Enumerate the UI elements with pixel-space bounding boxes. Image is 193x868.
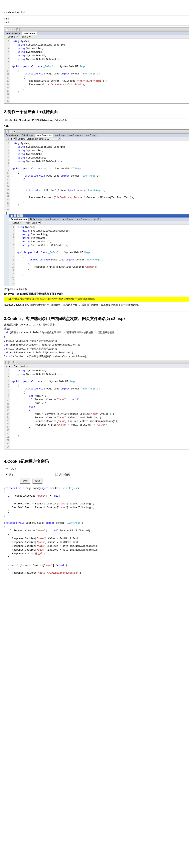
ide3-method-dropdown[interactable]: Page_Load xyxy=(24,221,41,224)
ide4-btn-3[interactable]: ↻ xyxy=(13,361,16,364)
line-numbers-3: 123456789101112131415161718 xyxy=(9,225,15,286)
empty-cell-2 xyxy=(4,478,18,485)
response-redirect-note: Response.Redirect () xyxy=(4,288,189,290)
toolbar-btn-2[interactable]: ▷ xyxy=(13,28,16,31)
buttons-cell: 登陆 取消 xyxy=(18,478,54,485)
ide3-class-dropdown[interactable]: _Default xyxy=(10,221,23,224)
ide2-tab-1[interactable]: Default.aspx xyxy=(4,134,20,137)
line-numbers-2: 123456789101112131415161718192021 xyxy=(4,141,10,212)
cancel-button[interactable]: 取消 xyxy=(32,478,42,484)
form-row-username: 用户名： xyxy=(4,466,72,472)
ide4-code-area: 123456789101112131415161718192021222324 … xyxy=(4,368,189,449)
login-form: 用户名： 密码： 记住密码 登陆 取消 xyxy=(4,466,72,485)
ide-icon: 📄 xyxy=(5,28,8,31)
ide2-method-dropdown[interactable]: Button1_Click(object sender, Ev xyxy=(16,137,61,141)
code-line-example: 例: xyxy=(4,336,189,339)
ide2-tab-6[interactable]: serc3.aspx xyxy=(84,134,98,137)
ide2-tab-5[interactable]: serc3.aspx.cs xyxy=(68,134,84,137)
line-numbers-4: 123456789101112131415161718192021222324 xyxy=(4,368,10,449)
s4-close-brace-1: } xyxy=(4,514,189,517)
ide3-tab-4[interactable]: serc2.aspx xyxy=(61,217,75,221)
ide-window-1: 📄 ⬜ ▷ ↻ serc1.aspx.cs serc1.aspx _Defaul… xyxy=(4,27,189,103)
remember-label: 记住密码 xyxy=(59,473,70,476)
password-input-cell xyxy=(18,472,54,478)
line-numbers-1: 12345678910111213141516171819 xyxy=(4,39,10,103)
s4-set-name-expires: Response.Cookies["name"].Expires = DateT… xyxy=(12,545,189,548)
ide4-buttons: ⬜ ▷ ↻ xyxy=(5,361,16,364)
username-label-cell: 用户名： xyxy=(4,466,18,472)
code-content-1: using System; using System.Collections.G… xyxy=(10,39,189,103)
ide2-class-dropdown[interactable]: serc2 xyxy=(5,137,15,141)
mvc-redirect-highlight: 在当日控制器渲染完两者 重定向当天让出出路由行方法是继续执行行方法是还的代码: xyxy=(4,297,189,302)
s4-textbox2-get: TextBox2.Text = Request.Cookies["pass"].… xyxy=(12,506,189,509)
ide2-dropdown-row: serc2 Button1_Click(object sender, Ev xyxy=(4,137,189,141)
ide3-dropdown-row: _Default Page_Load xyxy=(9,221,189,225)
ide3-tab-active[interactable]: Default.aspx.cs xyxy=(9,217,29,221)
ide3-btn-1[interactable]: ⬜ xyxy=(13,214,16,217)
toolbar-btn-a[interactable]: ⬜ xyxy=(5,130,9,133)
s4-btn-close-brace: } xyxy=(4,579,189,583)
section-4-code: protected void Page_Load(object sender, … xyxy=(4,487,189,583)
ide4-class-dropdown[interactable]: c xyxy=(5,365,11,368)
section-1: 1. <hr>html<br>html html html 📄 ⬜ ▷ ↻ se… xyxy=(0,0,193,106)
form-row-password: 密码： 记住密码 xyxy=(4,472,72,478)
section-3: 3.Cookie 。客户端记录用户访问站点次数。网页文件命名为 c3.aspx … xyxy=(0,313,193,452)
ide4-btn-1[interactable]: ⬜ xyxy=(5,361,9,364)
ide2-tab-2[interactable]: Default.aspx xyxy=(20,134,35,137)
login-button[interactable]: 登陆 xyxy=(20,478,30,484)
ide-code-area-1: 12345678910111213141516171819 using Syst… xyxy=(4,39,189,103)
ide2-tab-active[interactable]: serc2.aspx.cs xyxy=(35,134,53,137)
ide3-tab-3[interactable]: serc2.aspx.cs xyxy=(44,217,61,221)
ide-toolbar-area: ⬜ ▷ ↻ xyxy=(9,28,20,31)
ide3-code-area: 123456789101112131415161718 using System… xyxy=(9,225,189,286)
ide4-btn-2[interactable]: ▷ xyxy=(9,361,12,364)
toolbar-btn-1[interactable]: ⬜ xyxy=(9,28,12,31)
s4-set-pass: Response.Cookies["pass"].Value = TextBox… xyxy=(12,540,189,545)
ide3-btn-2[interactable]: ▷ xyxy=(17,214,20,217)
password-label-cell: 密码： xyxy=(4,472,18,478)
username-input-cell xyxy=(18,466,54,472)
ide3-tab-2[interactable]: Default.aspx xyxy=(29,217,44,221)
address-input[interactable] xyxy=(13,119,188,122)
code-line-mathscore: int mathScore=Convert.ToInt32(Console.Re… xyxy=(4,351,189,355)
s4-else-if: else if (Request.Cookies["name"] != null… xyxy=(8,564,189,567)
section-4: 4.Cookie记住用户名密码 用户名： 密码： 记住密码 登陆 取消 prot… xyxy=(0,456,193,586)
password-input[interactable] xyxy=(20,473,52,477)
toolbar-btn-b[interactable]: ▷ xyxy=(9,130,12,133)
ide4-method-dropdown[interactable]: Page_Load xyxy=(12,365,29,368)
ide3-title-text: 📄 xyxy=(10,215,13,217)
ide-dropdown-row: _Default Page_L xyxy=(4,35,189,39)
code-line-writeline3: Console.WriteLine("你的总成绩是{0}",chineseSco… xyxy=(4,355,189,359)
s4-if-cookies: if (Request.Cookies["pass"] != null) xyxy=(8,494,189,498)
code-line-readint: int chineseScore=Convert.ToInt32(Console… xyxy=(4,343,189,347)
section-1-html2: html xyxy=(4,21,189,24)
username-input[interactable] xyxy=(20,467,52,471)
ide-tab-serc1-aspx[interactable]: serc1.aspx xyxy=(22,31,37,35)
ide3-tab-5[interactable]: serc3.aspx.cs xyxy=(75,217,92,221)
ide2-tabs: Default.aspx Default.aspx serc2.aspx.cs … xyxy=(4,134,189,137)
s4-redirect: Response.Redirect("http://www.peizheng.e… xyxy=(12,571,189,575)
ide-window-3-outer: 进 站 导 航 栏 📄 ⬜ ▷ ↻ Default.aspx.cs Defaul… xyxy=(4,214,189,286)
ide2-tab-4[interactable]: serc2.aspx xyxy=(53,134,67,137)
remember-checkbox[interactable] xyxy=(55,473,58,476)
s4-write-success: Response.Write("连接成功"); xyxy=(12,552,189,556)
ide3-btn-3[interactable]: ↻ xyxy=(20,214,23,217)
ide2-code-area: 123456789101112131415161718192021 using … xyxy=(4,141,189,212)
s4-else-open-brace: { xyxy=(8,567,189,571)
toolbar-btn-3[interactable]: ↻ xyxy=(16,28,20,31)
ide3-tab-6[interactable]: serc3 xyxy=(92,217,101,221)
divider-2-3 xyxy=(4,311,189,311)
ide-window-4: ⬜ ▷ ↻ c Page_Load 1234567891011121314151… xyxy=(4,360,189,450)
code-content-3: using System; using System.Collections.G… xyxy=(15,225,189,286)
section-3-title: 3.Cookie 。客户端记录用户访问站点次数。网页文件命名为 c3.aspx xyxy=(4,316,189,321)
s4-open-brace-1: { xyxy=(4,490,189,494)
toolbar-btn-c[interactable]: ↻ xyxy=(13,130,16,133)
section-1-text: <hr>html<br>html xyxy=(4,11,189,13)
ide-tab-serc1-cs[interactable]: serc1.aspx.cs xyxy=(4,31,22,35)
ide-class-dropdown[interactable]: _Default xyxy=(5,35,18,38)
ide3-title-bar: 📄 ⬜ ▷ ↻ xyxy=(9,214,189,217)
s4-inner-open-brace: { xyxy=(8,533,189,536)
s4-textbox1-get: TextBox1.Text = Request.Cookies["name"].… xyxy=(12,502,189,506)
ide-method-dropdown[interactable]: Page_L xyxy=(19,35,32,38)
section-1-number: 1. xyxy=(4,3,189,7)
